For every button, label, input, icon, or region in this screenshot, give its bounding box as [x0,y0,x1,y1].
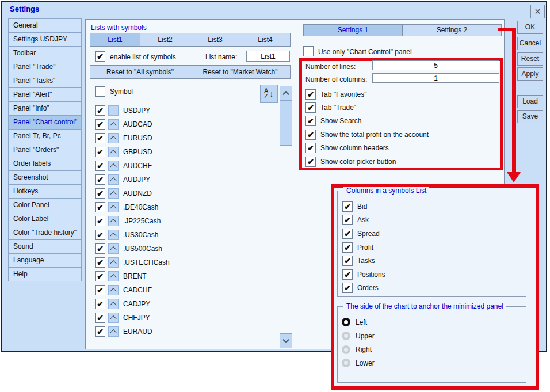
symbol-chevron-icon[interactable] [108,243,119,254]
symbol-chevron-icon[interactable] [108,202,119,212]
close-button[interactable]: ✕ [530,5,545,18]
symbol-list-scrollbar[interactable] [280,86,292,348]
list-tab[interactable]: List4 [240,33,291,47]
settings-tab[interactable]: Settings 2 [402,24,502,36]
list-name-input[interactable] [246,51,290,62]
sidebar-item[interactable]: Panel Tr, Br, Pc [8,129,82,143]
symbol-chevron-icon[interactable] [108,299,119,309]
reset-button[interactable]: Reset to "All symbols" [90,65,190,79]
enable-list-label: enable list of symbols [110,53,176,61]
scroll-down-button[interactable] [280,333,292,348]
symbol-checkbox[interactable] [95,133,105,143]
list-tab[interactable]: List2 [140,33,190,47]
column-checkbox[interactable] [342,269,353,280]
action-button[interactable]: Apply [517,67,543,81]
sidebar-item[interactable]: Language [8,253,82,268]
settings-tab[interactable]: Settings 1 [303,24,403,36]
symbol-checkbox[interactable] [95,313,105,323]
radio-button[interactable] [342,318,350,326]
sidebar-item[interactable]: Panel "Trade" [8,60,82,74]
symbol-checkbox[interactable] [95,299,105,309]
symbol-chevron-icon[interactable] [108,313,119,323]
symbol-chevron-icon[interactable] [108,174,119,185]
symbol-chevron-icon[interactable] [108,119,119,130]
symbol-chevron-icon[interactable] [108,147,119,157]
sidebar-item[interactable]: Order labels [8,157,82,171]
action-button[interactable]: Reset [517,52,543,66]
number-of-columns-input[interactable] [372,73,499,83]
sidebar-item[interactable]: General [8,18,82,33]
symbol-checkbox[interactable] [95,147,105,157]
symbol-checkbox[interactable] [95,188,105,199]
symbol-chevron-icon[interactable] [108,271,119,281]
symbol-chevron-icon[interactable] [108,105,119,116]
sidebar-item[interactable]: Panel "Alert" [8,87,82,102]
sidebar-item[interactable]: Panel "Info" [8,101,82,116]
symbol-label: AUDCAD [123,120,152,128]
column-checkbox[interactable] [342,229,353,239]
symbol-checkbox[interactable] [95,285,105,295]
radio-button[interactable] [342,359,350,367]
number-of-lines-input[interactable] [372,60,499,70]
sidebar-item[interactable]: Sound [8,239,82,254]
action-button[interactable]: OK [517,21,543,34]
symbol-checkbox[interactable] [95,174,105,185]
sidebar-item[interactable]: Color Label [8,212,82,226]
sidebar-item[interactable]: Hotkeys [8,184,82,199]
sidebar-item[interactable]: Settings USDJPY [8,32,82,47]
sidebar-item[interactable]: Toolbar [8,46,82,60]
column-checkbox[interactable] [342,215,353,225]
symbol-checkbox[interactable] [95,202,105,212]
sidebar-item[interactable]: Panel "Orders" [8,143,82,157]
symbol-chevron-icon[interactable] [108,188,119,199]
sidebar-item[interactable]: Color "Trade history" [8,226,82,240]
use-only-chart-control-checkbox[interactable] [303,46,314,56]
symbol-label: AUDJPY [123,176,150,184]
symbol-checkbox[interactable] [95,271,105,281]
reset-button[interactable]: Reset to "Market Watch" [190,65,291,79]
option-checkbox[interactable] [305,143,316,153]
option-checkbox[interactable] [305,102,316,113]
action-button[interactable]: Save [517,110,543,123]
option-checkbox[interactable] [305,157,316,167]
column-checkbox[interactable] [342,242,353,253]
symbol-select-all-checkbox[interactable] [95,86,105,97]
sidebar-item[interactable]: Panel "Chart control" [8,115,82,130]
symbol-chevron-icon[interactable] [108,133,119,143]
option-checkbox[interactable] [305,89,316,100]
symbol-chevron-icon[interactable] [108,216,119,226]
column-checkbox[interactable] [342,256,353,266]
list-tab[interactable]: List3 [190,33,240,47]
symbol-chevron-icon[interactable] [108,285,119,295]
symbol-chevron-icon[interactable] [108,326,119,337]
symbol-checkbox[interactable] [95,105,105,116]
scrollbar-thumb[interactable] [280,101,292,146]
symbol-checkbox[interactable] [95,161,105,171]
symbol-chevron-icon[interactable] [108,230,119,240]
option-checkbox[interactable] [305,116,316,126]
list-tab[interactable]: List1 [90,33,140,47]
scroll-up-button[interactable] [280,86,292,101]
radio-button[interactable] [342,332,350,340]
action-button[interactable]: Cancel [517,37,543,50]
symbol-checkbox[interactable] [95,119,105,130]
sidebar-item[interactable]: Panel "Tasks" [8,74,82,88]
sidebar-item[interactable]: Screenshot [8,170,82,185]
symbol-checkbox[interactable] [95,326,105,337]
enable-list-checkbox[interactable] [95,51,105,62]
sidebar-item[interactable]: Color Panel [8,198,82,212]
symbol-checkbox[interactable] [95,230,105,240]
action-button[interactable]: Load [517,95,543,108]
column-checkbox[interactable] [342,283,353,293]
sidebar-item[interactable]: Help [8,267,82,281]
symbol-chevron-icon[interactable] [108,161,119,171]
sidebar-item-label: Panel "Tasks" [13,77,55,85]
symbol-checkbox[interactable] [95,216,105,226]
column-checkbox[interactable] [342,201,353,212]
sort-az-button[interactable]: AZ ↓ [260,85,278,103]
option-checkbox[interactable] [305,130,316,140]
symbol-checkbox[interactable] [95,257,105,268]
symbol-checkbox[interactable] [95,243,105,254]
symbol-chevron-icon[interactable] [108,257,119,268]
radio-button[interactable] [342,345,350,354]
